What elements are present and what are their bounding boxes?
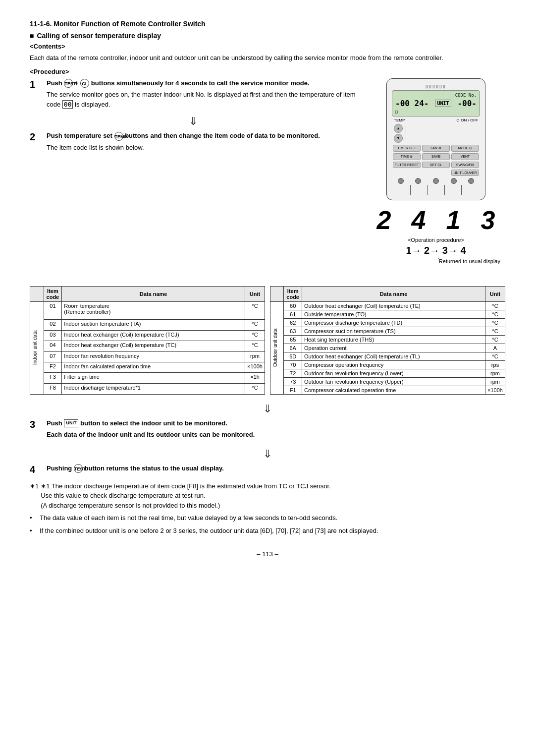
step-1-body: The service monitor goes on, the master …: [47, 90, 357, 109]
outdoor-table-row: Outdoor unit data60Outdoor heat exchange…: [270, 301, 505, 310]
contents-text: Each data of the remote controller, indo…: [30, 53, 505, 63]
cl-icon: CL: [80, 79, 89, 88]
indoor-table-row: F3Filter sign time×1h: [30, 373, 265, 383]
outdoor-unit-cell: °C: [485, 335, 505, 344]
indoor-row-label: Indoor unit data: [30, 301, 44, 394]
step-2-num: 2: [30, 131, 44, 143]
footnote-3-text: If the combined outdoor unit is one befo…: [40, 526, 378, 536]
outdoor-name-cell: Operation current: [302, 344, 485, 352]
outdoor-data-name-header: Data name: [302, 286, 485, 301]
indoor-name-cell: Indoor heat exchanger (Coil) temperature…: [62, 330, 245, 341]
outdoor-table-row: 6AOperation currentA: [270, 344, 505, 352]
indoor-unit-cell: °C: [245, 341, 265, 351]
circle-btn-4: [451, 178, 457, 184]
outdoor-item-code-header: Item code: [284, 286, 302, 301]
op-numbers: 2 4 1 3: [367, 205, 505, 235]
outdoor-table: Item code Data name Unit Outdoor unit da…: [270, 286, 505, 395]
outdoor-unit-cell: A: [485, 344, 505, 352]
op-num-4: 4: [412, 205, 426, 235]
filter-btn: FILTER RESET: [393, 162, 421, 168]
arrow-down-3: ⇓: [30, 448, 505, 461]
swing-btn: SWING/FIX: [451, 162, 479, 168]
outdoor-code-cell: 72: [284, 369, 302, 377]
returned-label: Returned to usual display: [439, 258, 500, 264]
indoor-unit-cell: ×100h: [245, 362, 265, 373]
footnote-3-bullet: •: [30, 526, 38, 536]
outdoor-unit-cell: °C: [485, 352, 505, 360]
op-num-2: 2: [377, 205, 391, 235]
circle-btn-1: [398, 178, 404, 184]
page-footer: – 113 –: [30, 550, 505, 558]
indoor-code-cell: F8: [44, 383, 62, 394]
step-4-content: Pushing TEST button returns the status t…: [47, 464, 505, 475]
outdoor-name-cell: Outdoor fan revolution frequency (Upper): [302, 377, 485, 386]
indoor-unit-cell: °C: [245, 330, 265, 341]
indoor-table-row: 07Indoor fan revolution frequencyrpm: [30, 351, 265, 362]
section-heading: 11-1-6. Monitor Function of Remote Contr…: [30, 20, 505, 28]
indoor-unit-cell: °C: [245, 320, 265, 330]
indoor-code-cell: F3: [44, 373, 62, 383]
outdoor-table-row: 6DOutdoor heat exchanger (Coil) temperat…: [270, 352, 505, 360]
outdoor-col-header-empty: [270, 286, 284, 301]
indoor-name-cell: Indoor discharge temperature*1: [62, 383, 245, 394]
step-1-content: Push TEST + CL buttons simultaneously fo…: [47, 78, 357, 110]
indoor-table-row: F2Indoor fan calculated operation time×1…: [30, 362, 265, 373]
footnote-1-bullet: ∗1: [30, 481, 39, 491]
procedure-label: <Procedure>: [30, 68, 505, 75]
temp-icon: TEMP ↕: [114, 132, 123, 141]
circle-btn-5: [468, 178, 474, 184]
outdoor-table-row: 62Compressor discharge temperature (TD)°…: [270, 318, 505, 327]
circle-btn-3: [433, 178, 439, 184]
footnote-section: ∗1 ∗1 The indoor discharge temperature o…: [30, 481, 505, 536]
footnote-1-text: ∗1 The indoor discharge temperature of i…: [41, 481, 330, 511]
step-2-body: The item code list is shown below.: [47, 143, 357, 153]
remote-display: CODE No. -00 24- UNIT -00- □: [392, 90, 480, 116]
outdoor-unit-cell: rpm: [485, 377, 505, 386]
outdoor-unit-cell: °C: [485, 327, 505, 335]
outdoor-code-cell: 62: [284, 318, 302, 327]
indoor-data-name-header: Data name: [62, 286, 245, 301]
indoor-unit-cell: °C: [245, 301, 265, 320]
indoor-unit-cell: ×1h: [245, 373, 265, 383]
outdoor-table-row: 63Compressor suction temperature (TS)°C: [270, 327, 505, 335]
unit-louver-btn: UNIT LOUVER: [451, 170, 479, 176]
indoor-name-cell: Indoor suction temperature (TA): [62, 320, 245, 330]
indoor-code-cell: 07: [44, 351, 62, 362]
outdoor-code-cell: 70: [284, 360, 302, 369]
indoor-code-cell: 02: [44, 320, 62, 330]
op-sequence: 1→ 2→ 3→ 4: [367, 245, 505, 256]
outdoor-code-cell: F1: [284, 386, 302, 394]
outdoor-table-row: 61Outside temperature (TO)°C: [270, 310, 505, 318]
indoor-code-cell: 03: [44, 330, 62, 341]
indoor-name-cell: Indoor fan calculated operation time: [62, 362, 245, 373]
indoor-table-row: 02Indoor suction temperature (TA)°C: [30, 320, 265, 330]
outdoor-code-cell: 63: [284, 327, 302, 335]
step-4-title: Pushing TEST button returns the status t…: [47, 464, 505, 473]
outdoor-table-row: 72Outdoor fan revolution frequency (Lowe…: [270, 369, 505, 377]
footnote-1: ∗1 ∗1 The indoor discharge temperature o…: [30, 481, 505, 511]
outdoor-unit-cell: °C: [485, 301, 505, 310]
outdoor-row-label: Outdoor unit data: [270, 301, 284, 394]
indoor-unit-cell: rpm: [245, 351, 265, 362]
indoor-name-cell: Indoor fan revolution frequency: [62, 351, 245, 362]
step-1-title: Push TEST + CL buttons simultaneously fo…: [47, 78, 357, 88]
op-procedure-label: <Operation procedure>: [367, 237, 505, 243]
outdoor-name-cell: Outdoor heat exchanger (Coil) temperatur…: [302, 352, 485, 360]
subsection-title: Calling of sensor temperature display: [30, 32, 505, 40]
outdoor-table-row: 65Heat sing temperature (THS)°C: [270, 335, 505, 344]
timer-set-btn: TIMER SET: [393, 145, 421, 152]
outdoor-name-cell: Outdoor heat exchanger (Coil) temperatur…: [302, 301, 485, 310]
outdoor-unit-cell: °C: [485, 318, 505, 327]
indoor-table-row: F8Indoor discharge temperature*1°C: [30, 383, 265, 394]
outdoor-table-row: F1Compressor calculated operation time×1…: [270, 386, 505, 394]
indoor-unit-header: Unit: [245, 286, 265, 301]
indoor-code-cell: 01: [44, 301, 62, 320]
outdoor-code-cell: 61: [284, 310, 302, 318]
indoor-col-header-empty: [30, 286, 44, 301]
op-num-3: 3: [481, 205, 495, 235]
outdoor-code-cell: 60: [284, 301, 302, 310]
unit-icon: UNIT: [64, 419, 78, 427]
fan-btn: FAN ⊕: [422, 145, 450, 152]
outdoor-table-row: 73Outdoor fan revolution frequency (Uppe…: [270, 377, 505, 386]
test-icon: TEST: [64, 79, 73, 88]
